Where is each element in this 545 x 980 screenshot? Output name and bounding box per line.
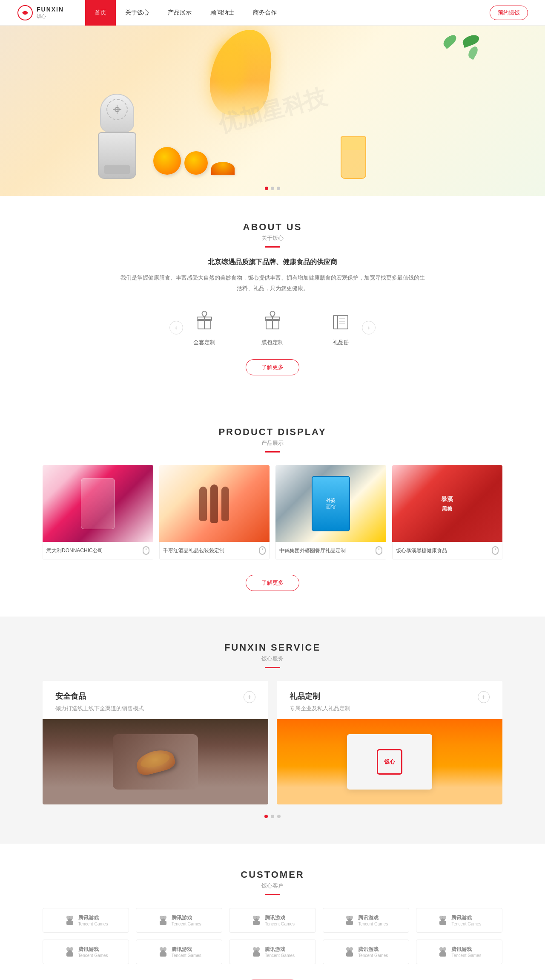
service-card-food: 安全食品 倾力打造线上线下全渠道的销售模式 + (43, 681, 268, 804)
cta-button[interactable]: 预约撮饭 (490, 6, 528, 20)
products-more-button[interactable]: 了解更多 (246, 575, 299, 591)
svg-point-41 (163, 947, 166, 951)
product-image-2 (159, 465, 270, 542)
navigation: FUNXIN 饭心 首页 关于饭心 产品展示 顾问纳士 商务合作 预约撮饭 (0, 0, 545, 26)
juice-glass (341, 136, 366, 179)
svg-point-49 (350, 947, 353, 951)
product-card-1[interactable]: 意大利DONNACHIC公司 (43, 465, 153, 559)
mouse-icon-2 (259, 546, 266, 555)
service-card-food-title: 安全食品 (55, 691, 144, 701)
product-card-3[interactable]: 外婆面馆 中鹤集团外婆圆餐厅礼品定制 (275, 465, 386, 559)
service-dot-2[interactable] (271, 815, 274, 818)
about-more-button[interactable]: 了解更多 (246, 359, 299, 375)
service-card-gift-icon: + (478, 691, 490, 703)
mouse-icon-1 (143, 546, 149, 555)
customer-logos-row1: 腾讯游戏Tencent Games 腾讯游戏Tencent Games 腾讯游戏… (43, 908, 502, 933)
hero-pagination (265, 187, 280, 190)
products-title-en: PRODUCT DISPLAY (43, 427, 502, 438)
svg-rect-50 (346, 952, 353, 957)
svg-point-29 (350, 916, 353, 919)
service-dot-1[interactable] (264, 815, 268, 818)
customer-logos-row2: 腾讯游戏Tencent Games 腾讯游戏Tencent Games 腾讯游戏… (43, 940, 502, 964)
service-dot-3[interactable] (277, 815, 281, 818)
service-card-gift-title: 礼品定制 (290, 691, 350, 701)
products-title: PRODUCT DISPLAY 产品展示 (43, 427, 502, 453)
customer-logo-3: 腾讯游戏Tencent Games (229, 908, 316, 933)
service-card-gift-header: 礼品定制 专属企业及私人礼品定制 + (277, 681, 502, 719)
feature-wrapped: 膜包定制 (260, 309, 285, 346)
gift-icon-2 (260, 309, 285, 334)
feature-label-3: 礼品册 (328, 339, 353, 346)
book-icon (328, 309, 353, 334)
hero-dot-2[interactable] (271, 187, 274, 190)
service-title-en: FUNXIN SERVICE (43, 642, 502, 653)
svg-rect-26 (253, 921, 260, 925)
about-arrow-left[interactable]: ‹ (169, 321, 183, 334)
customer-logo-9: 腾讯游戏Tencent Games (323, 940, 409, 964)
svg-point-32 (439, 916, 443, 919)
svg-point-48 (346, 947, 350, 951)
hero-dot-1[interactable] (265, 187, 268, 190)
about-title-line (265, 246, 280, 248)
customer-title-en: CUSTOMER (43, 869, 502, 880)
about-title-cn: 关于饭心 (43, 234, 502, 242)
svg-point-44 (253, 947, 256, 951)
service-cards: 安全食品 倾力打造线上线下全渠道的销售模式 + 礼品定制 专属企业及私人礼品定 (43, 681, 502, 804)
hero-dot-3[interactable] (277, 187, 280, 190)
svg-rect-42 (160, 952, 166, 957)
customer-section: CUSTOMER 饭心客户 腾讯游戏Tencent Games 腾讯游戏Tenc… (0, 844, 545, 980)
logo: FUNXIN 饭心 (17, 5, 64, 21)
svg-point-37 (70, 947, 73, 951)
product-card-2[interactable]: 千枣红酒品礼品包装袋定制 (159, 465, 270, 559)
nav-link-partner[interactable]: 商务合作 (244, 0, 286, 26)
service-card-food-icon: + (244, 691, 255, 703)
svg-point-33 (443, 916, 446, 919)
customer-logo-8: 腾讯游戏Tencent Games (229, 940, 316, 964)
customer-title: CUSTOMER 饭心客户 (43, 869, 502, 895)
logo-icon (17, 5, 33, 21)
mouse-icon-3 (376, 546, 382, 555)
products-more: 了解更多 (43, 575, 502, 591)
svg-point-17 (70, 916, 73, 919)
service-card-food-desc: 倾力打造线上线下全渠道的销售模式 (55, 705, 144, 712)
svg-rect-30 (346, 921, 353, 925)
svg-point-45 (256, 947, 260, 951)
service-card-food-image (43, 719, 268, 804)
nav-link-products[interactable]: 产品展示 (158, 0, 201, 26)
service-dots (43, 815, 502, 818)
about-features-row: ‹ 全套定制 膜包定制 礼品册 › (43, 309, 502, 346)
customer-logo-7: 腾讯游戏Tencent Games (136, 940, 222, 964)
about-section: ABOUT US 关于饭心 北京综遇品质旗下品牌、健康食品的供应商 我们是掌握健… (0, 196, 545, 401)
nav-link-advisor[interactable]: 顾问纳士 (201, 0, 244, 26)
about-description: 我们是掌握健康膳食、丰富感受大自然的美妙食物，饭心提供丰富、拥有增加健康膳食的宏… (119, 273, 426, 294)
product-label-2: 千枣红酒品礼品包装袋定制 (159, 542, 270, 559)
feature-label-2: 膜包定制 (260, 339, 285, 346)
service-title-cn: 饭心服务 (43, 655, 502, 663)
hero-banner: 优加星科技 (0, 26, 545, 196)
customer-logo-2: 腾讯游戏Tencent Games (136, 908, 222, 933)
svg-point-53 (443, 947, 446, 951)
product-image-4: 暴溪黑糖 (392, 465, 503, 542)
about-arrow-right[interactable]: › (362, 321, 376, 334)
nav-links: 首页 关于饭心 产品展示 顾问纳士 商务合作 (85, 0, 286, 26)
gift-icon-1 (192, 309, 217, 334)
about-title-en: ABOUT US (43, 222, 502, 233)
svg-rect-22 (160, 921, 166, 925)
blender-device (94, 94, 141, 179)
brand-name-en: FUNXIN (37, 6, 64, 13)
nav-link-home[interactable]: 首页 (85, 0, 116, 26)
juice-splash (187, 30, 294, 158)
about-title: ABOUT US 关于饭心 (43, 222, 502, 248)
service-title: FUNXIN SERVICE 饭心服务 (43, 642, 502, 668)
about-features: 全套定制 膜包定制 礼品册 (192, 309, 353, 346)
nav-link-about[interactable]: 关于饭心 (116, 0, 158, 26)
product-card-4[interactable]: 暴溪黑糖 饭心暴溪黑糖健康食品 (392, 465, 503, 559)
leaves-decoration (441, 34, 481, 49)
product-label-4: 饭心暴溪黑糖健康食品 (392, 542, 503, 559)
svg-rect-46 (253, 952, 260, 957)
service-section: FUNXIN SERVICE 饭心服务 安全食品 倾力打造线上线下全渠道的销售模… (0, 617, 545, 844)
customer-logo-1: 腾讯游戏Tencent Games (43, 908, 129, 933)
svg-point-16 (66, 916, 70, 919)
svg-rect-38 (66, 952, 73, 957)
customer-logo-4: 腾讯游戏Tencent Games (323, 908, 409, 933)
